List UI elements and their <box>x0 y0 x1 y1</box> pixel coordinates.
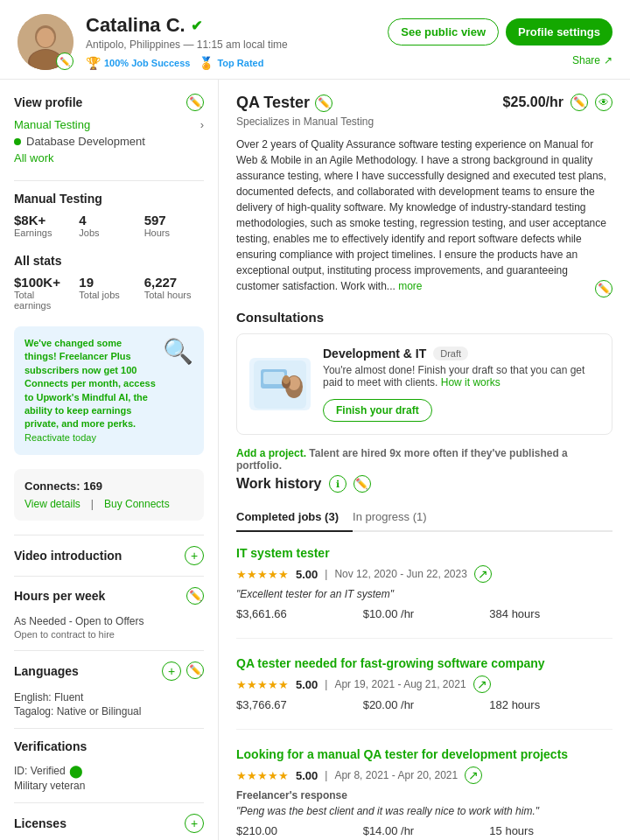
share-icon: ↗ <box>604 54 612 66</box>
date-range-2: Apr 19, 2021 - Aug 21, 2021 <box>334 678 466 690</box>
profile-badges: 🏆 100% Job Success 🏅 Top Rated <box>86 56 388 70</box>
share-link[interactable]: Share ↗ <box>572 54 612 66</box>
share-job-2-icon[interactable]: ↗ <box>473 676 491 693</box>
rate-2: $20.00 /hr <box>363 698 486 711</box>
job-title-3[interactable]: Looking for a manual QA tester for devel… <box>236 747 612 761</box>
stat-hours-manual: 597 Hours <box>144 213 204 238</box>
stat-total-jobs: 19 Total jobs <box>79 275 138 311</box>
svg-rect-7 <box>263 372 284 384</box>
military-veteran-item: Military veteran <box>14 780 204 792</box>
qa-tester-header: QA Tester ✏️ $25.00/hr ✏️ 👁 <box>236 94 612 112</box>
add-project-link[interactable]: Add a project. <box>236 447 306 459</box>
job-success-badge: 🏆 100% Job Success <box>86 56 190 70</box>
sidebar-view-profile: View profile ✏️ Manual Testing › Databas… <box>14 94 204 164</box>
add-video-button[interactable]: + <box>185 546 204 565</box>
database-dev-item: Database Development <box>14 135 204 148</box>
sidebar-video-intro: Video introduction + <box>14 546 204 565</box>
draft-badge: Draft <box>433 346 468 360</box>
dot-icon <box>14 138 21 145</box>
stat-earnings-manual: $8K+ Earnings <box>14 213 74 238</box>
view-profile-edit-icon[interactable]: ✏️ <box>186 94 204 111</box>
sidebar-manual-testing-stats: Manual Testing $8K+ Earnings 4 Jobs 597 … <box>14 192 204 238</box>
consult-illustration <box>249 358 311 410</box>
profile-settings-button[interactable]: Profile settings <box>506 18 612 46</box>
tab-completed-jobs[interactable]: Completed jobs (3) <box>236 503 353 532</box>
work-history-tabs: Completed jobs (3) In progress (1) <box>236 503 612 532</box>
edit-hours-icon[interactable]: ✏️ <box>186 587 204 605</box>
manual-testing-link[interactable]: Manual Testing › <box>14 118 204 131</box>
stat-jobs-manual: 4 Jobs <box>79 213 138 238</box>
verified-check-icon: ⬤ <box>69 764 83 778</box>
add-project-bar: Add a project. Talent are hired 9x more … <box>236 447 612 472</box>
edit-description-icon[interactable]: ✏️ <box>595 280 612 298</box>
visibility-icon[interactable]: 👁 <box>595 94 612 111</box>
job-title-1[interactable]: IT system tester <box>236 546 612 560</box>
view-details-link[interactable]: View details <box>24 498 80 510</box>
promo-magnifier-icon: 🔍 <box>163 337 193 366</box>
buy-connects-link[interactable]: Buy Connects <box>104 498 170 510</box>
all-work-item[interactable]: All work <box>14 151 204 164</box>
see-public-view-button[interactable]: See public view <box>388 18 499 46</box>
freelancer-response-label: Freelancer's response <box>236 789 612 802</box>
reactivate-link[interactable]: Reactivate today <box>24 432 96 443</box>
edit-language-icon[interactable]: ✏️ <box>186 662 204 679</box>
add-license-button[interactable]: + <box>185 814 204 833</box>
rating-1: 5.00 <box>296 568 318 581</box>
sidebar: View profile ✏️ Manual Testing › Databas… <box>0 80 219 840</box>
date-range-1: Nov 12, 2020 - Jun 22, 2023 <box>334 568 466 580</box>
stat-total-hours: 6,227 Total hours <box>144 275 204 311</box>
hours-1: 384 hours <box>489 607 612 620</box>
earnings-1: $3,661.66 <box>236 607 360 620</box>
tab-in-progress[interactable]: In progress (1) <box>353 503 441 532</box>
rating-3: 5.00 <box>296 769 318 782</box>
date-range-3: Apr 8, 2021 - Apr 20, 2021 <box>334 769 458 781</box>
sidebar-hours-row: Hours per week ✏️ <box>14 587 204 605</box>
all-stats-grid: $100K+ Total earnings 19 Total jobs 6,22… <box>14 275 204 311</box>
work-history-header: Work history ℹ ✏️ <box>236 475 612 493</box>
qa-subtitle: Specializes in Manual Testing <box>236 116 612 128</box>
sidebar-verifications-row: Verifications <box>14 739 204 753</box>
consult-desc: You're almost done! Finish your draft so… <box>323 364 599 388</box>
review-1: "Excellent tester for an IT system" <box>236 588 612 600</box>
job-title-2[interactable]: QA tester needed for fast-growing softwa… <box>236 656 612 670</box>
job-meta-2: ★★★★★ 5.00 | Apr 19, 2021 - Aug 21, 2021… <box>236 676 612 693</box>
profile-name: Catalina C. ✔ <box>86 14 388 37</box>
stat-total-earnings: $100K+ Total earnings <box>14 275 74 311</box>
read-more-link[interactable]: more <box>398 280 422 292</box>
hours-3: 15 hours <box>489 824 612 837</box>
qa-rate: $25.00/hr <box>503 94 564 110</box>
earnings-3: $210.00 <box>236 824 360 837</box>
how-it-works-link[interactable]: How it works <box>441 376 500 388</box>
avatar-edit-icon[interactable]: ✏️ <box>56 52 74 70</box>
medal-icon: 🏅 <box>199 56 214 70</box>
job-stats-1: $3,661.66 $10.00 /hr 384 hours <box>236 607 612 620</box>
page-header: ✏️ Catalina C. ✔ Antipolo, Philippines —… <box>0 0 630 80</box>
stars-3: ★★★★★ <box>236 769 289 782</box>
work-history-edit-icon[interactable]: ✏️ <box>354 475 371 493</box>
stars-2: ★★★★★ <box>236 678 289 691</box>
qa-description: Over 2 years of Quality Assurance softwa… <box>236 136 612 294</box>
qa-tester-title: QA Tester ✏️ <box>236 94 332 112</box>
work-history-info-icon[interactable]: ℹ <box>329 475 346 493</box>
sidebar-languages-row: Languages + ✏️ <box>14 662 204 681</box>
consult-title: Development & IT <box>323 346 426 360</box>
earnings-2: $3,766.67 <box>236 698 360 711</box>
finish-draft-button[interactable]: Finish your draft <box>323 399 432 422</box>
edit-rate-icon[interactable]: ✏️ <box>570 94 588 111</box>
header-actions: See public view Profile settings Share ↗ <box>388 18 612 66</box>
sidebar-licenses-row: Licenses + <box>14 814 204 833</box>
share-job-3-icon[interactable]: ↗ <box>465 766 482 784</box>
promo-box: We've changed some things! Freelancer Pl… <box>14 326 204 455</box>
job-meta-3: ★★★★★ 5.00 | Apr 8, 2021 - Apr 20, 2021 … <box>236 766 612 784</box>
rate-3: $14.00 /hr <box>363 824 486 837</box>
edit-qa-title-icon[interactable]: ✏️ <box>315 94 332 112</box>
job-item-2: QA tester needed for fast-growing softwa… <box>236 656 612 730</box>
top-rated-badge: 🏅 Top Rated <box>199 56 263 70</box>
language-tagalog: Tagalog: Native or Bilingual <box>14 705 204 718</box>
add-language-button[interactable]: + <box>162 662 181 681</box>
rate-1: $10.00 /hr <box>363 607 486 620</box>
share-job-1-icon[interactable]: ↗ <box>474 565 492 583</box>
job-stats-2: $3,766.67 $20.00 /hr 182 hours <box>236 698 612 711</box>
profile-location: Antipolo, Philippines — 11:15 am local t… <box>86 38 388 51</box>
sidebar-all-stats: All stats $100K+ Total earnings 19 Total… <box>14 254 204 311</box>
